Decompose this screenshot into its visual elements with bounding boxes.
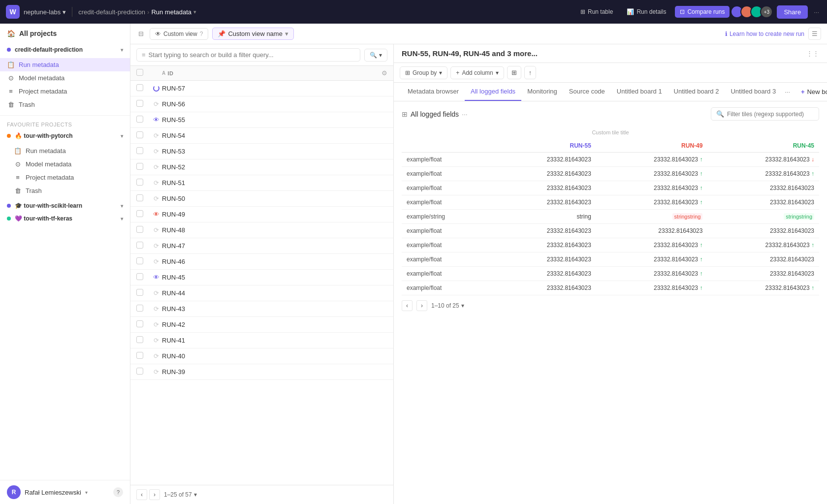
more-options-icon[interactable]: ··· <box>812 6 821 18</box>
sidebar-project-pytorch[interactable]: 🔥 tour-with-pytorch ▾ <box>0 129 130 142</box>
row-checkbox[interactable] <box>136 289 150 297</box>
tab-untitled-board-2[interactable]: Untitled board 2 <box>668 83 725 101</box>
row-checkbox[interactable] <box>136 257 150 266</box>
run-row[interactable]: 👁 RUN-49 <box>130 207 393 222</box>
row-checkbox[interactable] <box>136 273 150 282</box>
run-details-btn[interactable]: 📊 Run details <box>622 6 671 18</box>
sidebar-item-run-metadata[interactable]: 📋 Run metadata <box>0 58 130 71</box>
run-row[interactable]: ⟳ RUN-41 <box>130 333 393 348</box>
tile-filter-input[interactable] <box>727 111 814 118</box>
tile-filter-wrap[interactable]: 🔍 <box>711 107 819 121</box>
filter-input[interactable] <box>149 51 355 59</box>
help-link[interactable]: ℹ Learn how to create new run <box>725 31 804 37</box>
value-up-45: 23332.81643023 ↑ <box>765 170 814 177</box>
run-row[interactable]: ⟳ RUN-43 <box>130 301 393 317</box>
share-button[interactable]: Share <box>777 5 808 19</box>
new-board-button[interactable]: + New board <box>795 85 827 98</box>
row-checkbox[interactable] <box>136 100 150 108</box>
sidebar-item-pytorch-run-metadata[interactable]: 📋 Run metadata <box>0 144 130 158</box>
tab-source-code[interactable]: Source code <box>563 83 611 101</box>
tab-untitled-board-3[interactable]: Untitled board 3 <box>725 83 782 101</box>
settings-icon-btn[interactable]: ☰ <box>808 28 821 40</box>
runs-next-btn[interactable]: › <box>149 489 160 500</box>
run-row[interactable]: ⟳ RUN-44 <box>130 285 393 301</box>
row-checkbox[interactable] <box>136 194 150 203</box>
run-row[interactable]: ⟳ RUN-54 <box>130 128 393 144</box>
run-row[interactable]: ⟳ RUN-51 <box>130 175 393 191</box>
run-row[interactable]: ⟳ RUN-40 <box>130 348 393 364</box>
page-title: Run metadata ▾ <box>151 8 196 16</box>
run-table-btn[interactable]: ⊞ Run table <box>575 6 618 18</box>
col-run49-header[interactable]: RUN-49 <box>596 139 708 153</box>
run-row[interactable]: ⟳ RUN-39 <box>130 364 393 380</box>
right-panel-options-icon[interactable]: ⋮⋮ <box>806 50 819 57</box>
row-status-icon: ⟳ <box>150 163 162 171</box>
row-checkbox[interactable] <box>136 352 150 360</box>
sidebar-project-keras[interactable]: 💜 tour-with-tf-keras ▾ <box>0 212 130 225</box>
tab-all-logged-fields[interactable]: All logged fields <box>465 83 521 101</box>
sidebar-project-sklearn[interactable]: 🎓 tour-with-scikit-learn ▾ <box>0 199 130 212</box>
custom-view-name-tag[interactable]: 📌 Custom view name ▾ <box>212 28 294 40</box>
row-checkbox[interactable] <box>136 210 150 219</box>
sidebar-item-pytorch-model-metadata[interactable]: ⊙ Model metadata <box>0 158 130 171</box>
custom-view-tag[interactable]: 👁 Custom view ? <box>150 28 208 40</box>
row-checkbox[interactable] <box>136 305 150 313</box>
run-row[interactable]: 👁 RUN-45 <box>130 270 393 285</box>
tab-monitoring[interactable]: Monitoring <box>521 83 563 101</box>
row-checkbox[interactable] <box>136 131 150 140</box>
run-row[interactable]: ⟳ RUN-53 <box>130 144 393 159</box>
all-fields-more-icon[interactable]: ··· <box>462 110 468 118</box>
sidebar-item-trash[interactable]: 🗑 Trash <box>0 98 130 111</box>
run-row[interactable]: RUN-57 <box>130 81 393 96</box>
search-button[interactable]: 🔍 ▾ <box>364 49 387 62</box>
help-button[interactable]: ? <box>113 487 123 497</box>
sidebar-item-pytorch-project-metadata[interactable]: ≡ Project metadata <box>0 171 130 184</box>
export-btn[interactable]: ↑ <box>524 66 537 79</box>
table-next-btn[interactable]: › <box>416 300 427 311</box>
run-row[interactable]: ⟳ RUN-50 <box>130 191 393 207</box>
run-icon: ⟳ <box>154 226 159 234</box>
breadcrumb-project[interactable]: credit-default-prediction <box>78 8 145 16</box>
sidebar-all-projects[interactable]: 🏠 All projects <box>0 24 130 43</box>
tab-untitled-board-1[interactable]: Untitled board 1 <box>611 83 668 101</box>
row-checkbox[interactable] <box>136 84 150 93</box>
run-row[interactable]: 👁 RUN-55 <box>130 112 393 128</box>
runs-page-info[interactable]: 1–25 of 57 ▾ <box>164 491 197 498</box>
add-column-button[interactable]: + Add column ▾ <box>450 66 504 79</box>
run-row[interactable]: ⟳ RUN-52 <box>130 159 393 175</box>
row-checkbox[interactable] <box>136 320 150 329</box>
run-row[interactable]: ⟳ RUN-56 <box>130 96 393 112</box>
header-checkbox[interactable] <box>136 69 150 77</box>
run-id: RUN-54 <box>162 132 387 139</box>
row-checkbox[interactable] <box>136 242 150 250</box>
sidebar-item-pytorch-trash[interactable]: 🗑 Trash <box>0 184 130 197</box>
row-checkbox[interactable] <box>136 163 150 171</box>
row-checkbox[interactable] <box>136 147 150 156</box>
run-row[interactable]: ⟳ RUN-42 <box>130 317 393 333</box>
collapse-sidebar-icon[interactable]: ⊟ <box>136 28 146 39</box>
col-run45-header[interactable]: RUN-45 <box>707 139 819 153</box>
runs-prev-btn[interactable]: ‹ <box>136 489 147 500</box>
run-row[interactable]: ⟳ RUN-46 <box>130 254 393 270</box>
compare-runs-btn[interactable]: ⊡ Compare runs <box>675 6 730 18</box>
col-run55-header[interactable]: RUN-55 <box>493 139 596 153</box>
filter-input-wrap[interactable]: ≡ <box>136 48 360 62</box>
tab-metadata-browser[interactable]: Metadata browser <box>402 83 465 101</box>
tabs-more-icon[interactable]: ··· <box>782 83 793 100</box>
header-settings-icon[interactable]: ⚙ <box>382 69 387 77</box>
row-checkbox[interactable] <box>136 179 150 187</box>
run-row[interactable]: ⟳ RUN-48 <box>130 222 393 238</box>
sidebar-item-project-metadata[interactable]: ≡ Project metadata <box>0 85 130 98</box>
row-checkbox[interactable] <box>136 368 150 376</box>
row-checkbox[interactable] <box>136 336 150 345</box>
workspace-selector[interactable]: neptune-labs ▾ <box>24 8 66 16</box>
sidebar-item-model-metadata[interactable]: ⊙ Model metadata <box>0 71 130 85</box>
table-page-info[interactable]: 1–10 of 25 ▾ <box>431 302 464 309</box>
row-checkbox[interactable] <box>136 226 150 234</box>
group-by-button[interactable]: ⊞ Group by ▾ <box>400 66 447 79</box>
table-prev-btn[interactable]: ‹ <box>402 300 413 311</box>
sidebar-main-project[interactable]: credit-default-prediction ▾ <box>0 43 130 56</box>
run-row[interactable]: ⟳ RUN-47 <box>130 238 393 254</box>
customize-columns-btn[interactable]: ⊞ <box>507 66 521 79</box>
row-checkbox[interactable] <box>136 116 150 124</box>
